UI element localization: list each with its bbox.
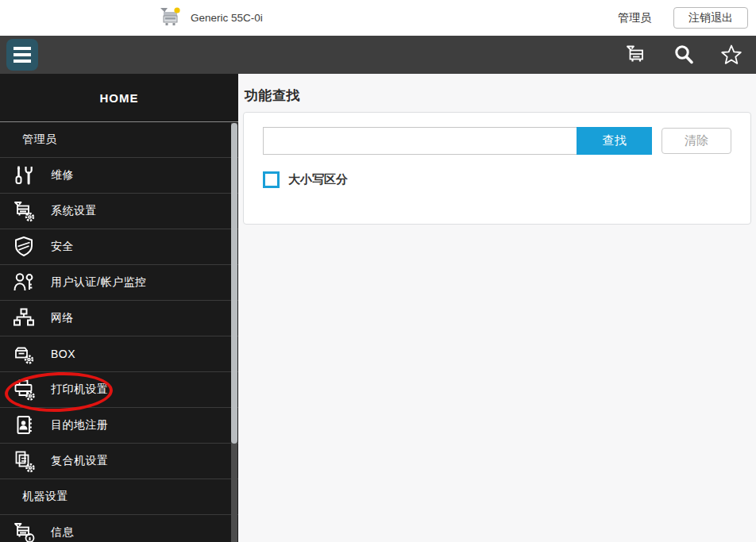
tools-icon [10, 163, 38, 188]
top-bar: Generic 55C-0i 管理员 注销退出 [0, 0, 756, 36]
copier-logo-icon [157, 5, 183, 30]
user-key-icon [10, 270, 38, 295]
sidebar-item-10[interactable]: 复合机设置 [0, 444, 238, 479]
star-icon[interactable] [718, 41, 745, 68]
sidebar-home-header[interactable]: HOME [0, 74, 238, 122]
sidebar-item-5[interactable]: 用户认证/帐户监控 [0, 265, 238, 301]
sidebar-item-label: BOX [51, 348, 75, 360]
clear-button[interactable]: 清除 [662, 128, 731, 154]
hamburger-icon [14, 47, 31, 50]
search-button[interactable]: 查找 [577, 127, 652, 155]
sidebar-item-label: 维修 [51, 168, 74, 183]
page-title: 功能查找 [245, 86, 756, 105]
case-sensitive-row: 大小写区分 [263, 171, 731, 188]
sidebar-item-label: 机器设置 [22, 490, 68, 504]
sidebar-item-label: 安全 [51, 240, 74, 254]
logged-in-user: 管理员 [618, 11, 651, 25]
network-icon [10, 306, 38, 331]
sidebar-item-label: 管理员 [22, 133, 57, 147]
logout-button[interactable]: 注销退出 [673, 7, 748, 29]
copier-icon[interactable] [623, 41, 650, 68]
copier-info-icon [10, 520, 38, 542]
sidebar-item-label: 信息 [51, 525, 74, 540]
printer-gear-icon [10, 377, 38, 402]
sidebar-item-3[interactable]: 系统设置 [0, 194, 238, 229]
box-gear-icon [10, 341, 38, 367]
scrollbar-thumb[interactable] [231, 123, 237, 444]
search-input[interactable] [263, 127, 577, 155]
sidebar-item-label: 系统设置 [51, 204, 97, 218]
sidebar-item-9[interactable]: 目的地注册 [0, 408, 238, 444]
sidebar-item-2[interactable]: 维修 [0, 158, 238, 194]
sidebar-scrollbar[interactable] [231, 123, 237, 542]
page: Generic 55C-0i 管理员 注销退出 [0, 0, 756, 542]
search-icon[interactable] [670, 41, 697, 68]
sidebar-item-6[interactable]: 网络 [0, 301, 238, 336]
sidebar-item-label: 复合机设置 [51, 454, 109, 468]
case-sensitive-checkbox[interactable] [263, 171, 280, 188]
sidebar-item-label: 用户认证/帐户监控 [51, 275, 146, 290]
sidebar-item-label: 网络 [51, 311, 74, 325]
copier-gear-icon [10, 198, 38, 224]
case-sensitive-label: 大小写区分 [288, 172, 348, 187]
sidebar-item-4[interactable]: 安全 [0, 229, 238, 265]
sidebar-item-label: 目的地注册 [51, 418, 109, 432]
sidebar-item-12[interactable]: 信息 [0, 515, 238, 542]
address-book-icon [10, 413, 38, 438]
sidebar-item-11[interactable]: 机器设置 [0, 479, 238, 515]
sidebar-item-1[interactable]: 管理员 [0, 122, 238, 158]
top-right-area: 管理员 注销退出 [618, 0, 748, 36]
device-name: Generic 55C-0i [191, 12, 263, 24]
hamburger-menu-button[interactable] [6, 39, 38, 71]
toolbar [0, 36, 756, 74]
sidebar-menu: 管理员 维修 系统设置 安全 用户认证/帐户监控 网络 BOX 打印机设置 目的… [0, 122, 238, 542]
function-search-card: 查找 清除 大小写区分 [243, 112, 751, 225]
sidebar: HOME 管理员 维修 系统设置 安全 用户认证/帐户监控 网络 BOX 打印机… [0, 74, 238, 542]
docs-gear-icon [10, 448, 38, 474]
shield-icon [10, 234, 38, 259]
sidebar-item-label: 打印机设置 [51, 382, 109, 397]
main-content: 功能查找 查找 清除 大小写区分 [238, 74, 756, 542]
sidebar-item-8[interactable]: 打印机设置 [0, 372, 238, 408]
device-brand: Generic 55C-0i [157, 5, 263, 30]
toolbar-right-icons [623, 36, 745, 74]
search-row: 查找 清除 [263, 127, 731, 155]
sidebar-item-7[interactable]: BOX [0, 336, 238, 372]
